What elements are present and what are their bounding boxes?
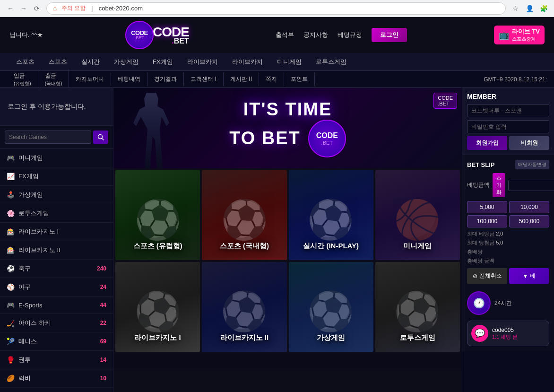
profile-button[interactable]: 👤: [524, 3, 535, 14]
betslip-actions: ⊘ 전체취소 ▼ 베: [467, 268, 549, 284]
sidebar-item-tennis[interactable]: 🎾 테니스 69: [0, 332, 113, 351]
quick-bet-10000[interactable]: 10,000: [509, 201, 549, 213]
nav-fx[interactable]: FX게임: [146, 54, 180, 70]
sidebar-item-fx[interactable]: 📈 FX게임: [0, 167, 113, 186]
subnav-points[interactable]: 포인트: [284, 72, 315, 86]
join-button[interactable]: 회원가입: [467, 136, 507, 150]
nav-attendance[interactable]: 출석부: [276, 31, 294, 39]
tennis-icon: 🎾: [7, 338, 15, 345]
sidebar-item-rugby-league[interactable]: 🏉 럭비 리그 8: [0, 388, 113, 392]
url-text: cobet-2020.com: [99, 5, 143, 12]
guest-button[interactable]: 비회원: [509, 136, 549, 150]
banner-logo-small: CODE.BET: [433, 93, 457, 109]
nav-livecasino2[interactable]: 라이브카지: [225, 54, 269, 70]
subnav-deposit[interactable]: 입금(유럽형): [7, 69, 38, 90]
sidebar-label-baseball: 야구: [18, 283, 96, 291]
place-icon: ▼: [523, 273, 528, 279]
soccer-count: 240: [97, 265, 106, 272]
live-tv-box[interactable]: 📺 라이브 TV 스포츠중계: [494, 26, 545, 44]
banner-background: IT'S TIME TO BET CODE .BET CODE.BET: [113, 88, 462, 168]
forward-button[interactable]: →: [18, 3, 29, 14]
sidebar-item-lotus[interactable]: 🌸 로투스게임: [0, 204, 113, 223]
game-card-sports-dom[interactable]: ⚽ 스포츠 (국내형): [202, 170, 286, 260]
password-input[interactable]: [467, 120, 549, 133]
subnav-casino-money[interactable]: 카지노머니: [69, 72, 111, 86]
betslip-place-button[interactable]: ▼ 베: [509, 268, 549, 284]
live-tv-sub-label: 스포츠중계: [512, 36, 540, 43]
bookmark-button[interactable]: ☆: [510, 3, 521, 14]
card-lotus-icon: ⚽: [394, 289, 441, 334]
betslip-max-bet-label: 최대 베팅금: [467, 231, 494, 236]
boxing-icon: 🥊: [7, 356, 15, 364]
nav-sports-eu[interactable]: 스포츠: [9, 54, 41, 70]
reload-button[interactable]: ⟳: [31, 3, 43, 14]
game-card-livecasino1[interactable]: ⚽ 라이브카지노 I: [115, 262, 200, 352]
subnav-customer-service[interactable]: 고객센터 I: [184, 72, 224, 86]
virtual-icon: 🕹️: [7, 191, 15, 199]
sidebar-item-livecasino2[interactable]: 🎰 라이브카지노 II: [0, 241, 113, 260]
quick-bet-100000[interactable]: 100,000: [467, 215, 507, 227]
login-button[interactable]: 로그인: [372, 28, 407, 42]
quick-bet-500000[interactable]: 500,000: [509, 215, 549, 227]
sidebar-item-esports[interactable]: 🎮 E-Sports 44: [0, 296, 113, 314]
betslip-reset-button[interactable]: 초기화: [493, 173, 505, 197]
extensions-button[interactable]: 🧩: [538, 3, 549, 14]
sidebar-label-tennis: 테니스: [18, 337, 96, 346]
sidebar-label-boxing: 권투: [18, 356, 96, 364]
browser-url-bar[interactable]: ⚠ 주의 요함 | cobet-2020.com: [46, 2, 506, 15]
sidebar-item-baseball[interactable]: ⚾ 야구 24: [0, 278, 113, 296]
betslip-odds-button[interactable]: 배당자동변경: [515, 160, 549, 169]
back-button[interactable]: ←: [5, 3, 16, 14]
nav-minigame[interactable]: 미니게임: [270, 54, 308, 70]
subnav-board[interactable]: 게시판 II: [224, 72, 259, 86]
betslip-amount-input[interactable]: [508, 180, 554, 191]
nav-virtual[interactable]: 가상게임: [107, 54, 145, 70]
nav-lotus[interactable]: 로투스게임: [309, 54, 353, 70]
sidebar-login-message: 로그인 후 이용가능합니다.: [0, 88, 113, 126]
nav-betting-rules[interactable]: 베팅규정: [338, 31, 362, 39]
sidebar-item-livecasino1[interactable]: 🎰 라이브카지노 I: [0, 223, 113, 241]
sidebar-item-soccer[interactable]: ⚽ 축구 240: [0, 260, 113, 278]
quick-bet-5000[interactable]: 5,000: [467, 201, 507, 213]
subnav-game-result[interactable]: 경기결과: [147, 72, 184, 86]
sidebar-item-boxing[interactable]: 🥊 권투 14: [0, 351, 113, 369]
username-input[interactable]: [467, 104, 549, 117]
game-card-lotus[interactable]: ⚽ 로투스게임: [375, 262, 460, 352]
server-time: GMT+9 2020.8.12 15:21:: [484, 76, 547, 83]
game-card-mini[interactable]: 🏀 미니게임: [375, 170, 460, 260]
sidebar-item-rugby[interactable]: 🏉 럭비 10: [0, 369, 113, 388]
card-live-label: 실시간 (IN-PLAY): [303, 242, 359, 251]
nav-sports-dom[interactable]: 스포츠: [42, 54, 74, 70]
minigame-icon: 🎮: [7, 154, 15, 162]
betslip-cancel-button[interactable]: ⊘ 전체취소: [467, 268, 507, 284]
banner-logo-code: CODE: [316, 131, 338, 140]
sidebar-item-icehockey[interactable]: 🏒 아이스 하키 22: [0, 314, 113, 332]
nav-livecasino1[interactable]: 라이브카지: [181, 54, 225, 70]
game-card-sports-eu[interactable]: ⚽ 스포츠 (유럽형): [115, 170, 200, 260]
svg-line-1: [102, 139, 104, 140]
subnav-withdraw[interactable]: 출금(국내형): [38, 69, 69, 90]
icehockey-icon: 🏒: [7, 319, 15, 327]
baseball-icon: ⚾: [7, 283, 15, 291]
browser-bar: ← → ⟳ ⚠ 주의 요함 | cobet-2020.com ☆ 👤 🧩: [0, 0, 554, 17]
warning-text: 주의 요함: [61, 4, 86, 12]
sidebar-label-rugby: 럭비: [18, 374, 96, 383]
chat-widget[interactable]: 💬 code005 1:1 채팅 문: [467, 321, 549, 346]
member-box: MEMBER 회원가입 비회원: [462, 88, 554, 155]
search-input[interactable]: [5, 131, 91, 144]
game-card-live[interactable]: ⚽ 실시간 (IN-PLAY): [289, 170, 373, 260]
banner-line2-row: TO BET CODE .BET: [229, 120, 346, 157]
search-button[interactable]: [93, 131, 108, 144]
sidebar-item-minigame[interactable]: 🎮 미니게임: [0, 149, 113, 167]
sidebar-item-virtual[interactable]: 🕹️ 가상게임: [0, 186, 113, 204]
game-card-virtual[interactable]: ⚽ 가상게임: [289, 262, 373, 352]
subnav-message[interactable]: 쪽지: [259, 72, 284, 86]
game-card-livecasino2[interactable]: ⚽ 라이브카지노 II: [202, 262, 286, 352]
subnav-betting-history[interactable]: 베팅내역: [111, 72, 147, 86]
place-label: 베: [530, 272, 536, 280]
nav-live[interactable]: 실시간: [75, 54, 106, 70]
security-warning-icon: ⚠: [52, 5, 58, 12]
content-area: IT'S TIME TO BET CODE .BET CODE.BET: [113, 88, 462, 392]
sidebar-label-lotus: 로투스게임: [18, 209, 106, 218]
nav-notice[interactable]: 공지사항: [303, 31, 328, 39]
